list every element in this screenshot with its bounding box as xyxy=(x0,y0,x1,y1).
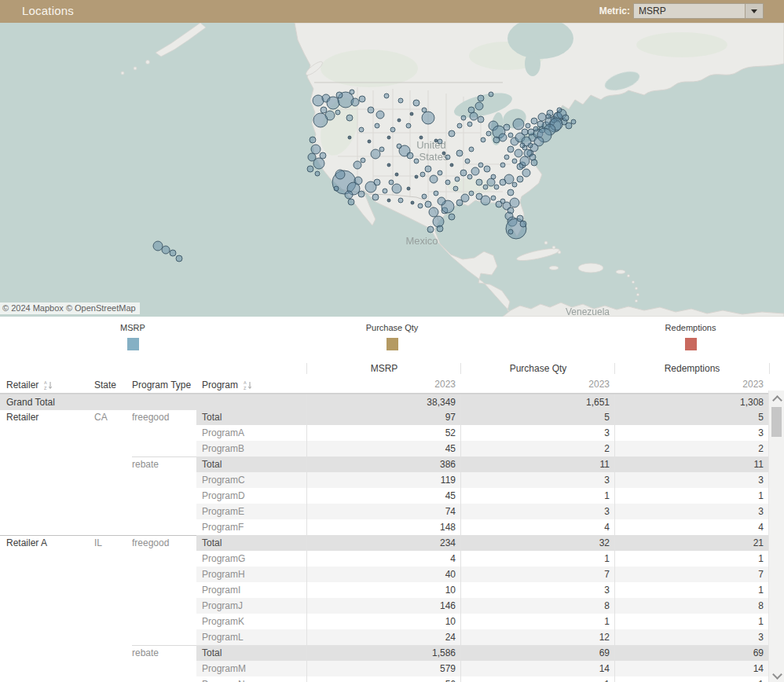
location-bubble[interactable] xyxy=(379,147,384,152)
location-bubble[interactable] xyxy=(508,133,513,138)
location-bubble[interactable] xyxy=(456,200,463,206)
location-bubble[interactable] xyxy=(522,129,528,135)
location-bubble[interactable] xyxy=(491,196,496,200)
column-header-msrp[interactable]: MSRP xyxy=(306,363,461,374)
location-bubble[interactable] xyxy=(453,186,458,191)
location-bubble[interactable] xyxy=(389,180,394,185)
location-bubble[interactable] xyxy=(390,127,395,132)
location-bubble[interactable] xyxy=(457,123,462,128)
location-bubble[interactable] xyxy=(429,207,438,217)
grand-total-row[interactable]: Grand Total38,3491,6511,308 xyxy=(0,394,768,409)
metric-dropdown-button[interactable] xyxy=(745,4,763,18)
location-bubble[interactable] xyxy=(513,119,524,130)
location-bubble[interactable] xyxy=(455,177,460,182)
location-bubble[interactable] xyxy=(387,136,390,139)
location-bubble[interactable] xyxy=(469,147,474,152)
location-bubble[interactable] xyxy=(422,194,427,199)
location-bubble[interactable] xyxy=(449,130,455,137)
table-row[interactable]: ProgramK1011 xyxy=(0,614,768,629)
location-bubble[interactable] xyxy=(315,171,320,176)
sort-az-icon[interactable]: A Z xyxy=(244,380,252,390)
location-bubble[interactable] xyxy=(562,115,569,121)
location-bubble[interactable] xyxy=(500,199,505,204)
location-bubble[interactable] xyxy=(392,184,401,193)
location-bubble[interactable] xyxy=(475,102,483,110)
location-bubble[interactable] xyxy=(493,137,500,143)
scroll-up-button[interactable] xyxy=(772,394,780,402)
locations-map[interactable]: UnitedStatesMexicoVenezuela © 2024 Mapbo… xyxy=(0,23,784,317)
column-header-redemptions[interactable]: Redemptions xyxy=(614,363,770,374)
metric-dropdown[interactable]: MSRP xyxy=(633,3,764,19)
location-bubble[interactable] xyxy=(476,179,482,185)
location-bubble[interactable] xyxy=(345,191,353,199)
location-bubble[interactable] xyxy=(425,201,431,207)
location-bubble[interactable] xyxy=(481,196,490,205)
location-bubble[interactable] xyxy=(471,167,479,175)
table-row[interactable]: RetailerCAfreegoodTotal9755 xyxy=(0,409,768,425)
location-bubble[interactable] xyxy=(449,214,455,220)
location-bubble[interactable] xyxy=(507,146,514,152)
location-bubble[interactable] xyxy=(445,180,450,185)
location-bubble[interactable] xyxy=(351,98,359,106)
location-bubble[interactable] xyxy=(320,152,326,159)
location-bubble[interactable] xyxy=(481,138,485,142)
location-bubble[interactable] xyxy=(434,139,438,142)
location-bubble[interactable] xyxy=(438,170,442,175)
table-row[interactable]: rebateTotal3861111 xyxy=(0,456,768,472)
location-bubble[interactable] xyxy=(526,123,530,128)
location-bubble[interactable] xyxy=(348,199,354,205)
location-bubble[interactable] xyxy=(420,172,425,177)
location-bubble[interactable] xyxy=(354,177,362,185)
location-bubble[interactable] xyxy=(359,96,365,102)
location-bubble[interactable] xyxy=(478,95,484,101)
location-bubble[interactable] xyxy=(383,189,387,193)
legend-redemptions-swatch[interactable] xyxy=(685,338,697,350)
table-row[interactable]: ProgramF14844 xyxy=(0,519,768,535)
location-bubble[interactable] xyxy=(413,100,419,106)
location-bubble[interactable] xyxy=(170,250,176,256)
location-bubble[interactable] xyxy=(504,124,510,130)
location-bubble[interactable] xyxy=(470,112,478,120)
table-row[interactable]: Retailer AILfreegoodTotal2343221 xyxy=(0,535,768,551)
location-bubble[interactable] xyxy=(398,198,403,203)
table-row[interactable]: ProgramL24123 xyxy=(0,629,768,645)
location-bubble[interactable] xyxy=(434,191,438,196)
location-bubble[interactable] xyxy=(437,226,443,232)
location-bubble[interactable] xyxy=(445,155,450,160)
location-bubble[interactable] xyxy=(406,123,411,128)
table-row[interactable]: ProgramG411 xyxy=(0,551,768,566)
location-bubble[interactable] xyxy=(153,241,163,251)
column-header-purchase-qty[interactable]: Purchase Qty xyxy=(460,363,615,374)
location-bubble[interactable] xyxy=(361,158,365,163)
location-bubble[interactable] xyxy=(354,161,361,169)
location-bubble[interactable] xyxy=(334,186,339,191)
location-bubble[interactable] xyxy=(478,163,483,167)
year-header-purchase-qty[interactable]: 2023 xyxy=(460,379,614,390)
legend-purchase-qty-swatch[interactable] xyxy=(387,338,398,350)
location-bubble[interactable] xyxy=(500,163,505,167)
location-bubble[interactable] xyxy=(321,107,327,113)
location-bubble[interactable] xyxy=(307,166,313,172)
location-bubble[interactable] xyxy=(528,129,534,135)
location-bubble[interactable] xyxy=(335,170,345,179)
location-bubble[interactable] xyxy=(368,140,371,143)
location-bubble[interactable] xyxy=(504,155,509,160)
location-bubble[interactable] xyxy=(407,187,410,190)
location-bubble[interactable] xyxy=(520,143,525,148)
location-bubble[interactable] xyxy=(494,185,499,189)
location-bubble[interactable] xyxy=(461,116,466,120)
location-bubble[interactable] xyxy=(500,179,506,185)
year-header-redemptions[interactable]: 2023 xyxy=(614,379,768,390)
location-bubble[interactable] xyxy=(484,166,490,172)
legend-msrp-swatch[interactable] xyxy=(127,338,139,350)
location-bubble[interactable] xyxy=(176,255,182,262)
location-bubble[interactable] xyxy=(384,94,389,98)
location-bubble[interactable] xyxy=(397,119,401,122)
location-bubble[interactable] xyxy=(398,98,403,103)
location-bubble[interactable] xyxy=(313,113,328,127)
location-bubble[interactable] xyxy=(531,118,537,124)
location-bubble[interactable] xyxy=(465,159,470,163)
location-bubble[interactable] xyxy=(422,112,434,124)
location-bubble[interactable] xyxy=(335,110,340,115)
location-bubble[interactable] xyxy=(346,115,353,121)
